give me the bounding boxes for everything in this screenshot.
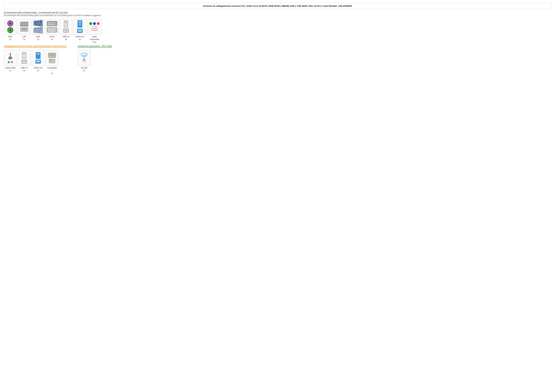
lower-sections: Collegamenti anteriori parte anteriore/s… [4,45,551,76]
svg-point-36 [53,22,53,23]
vga-cable-svg [33,20,43,26]
section1-title-blue: Connessioni della scheda madre [4,11,37,14]
audio-dot-green-svg [89,22,92,25]
svg-point-52 [50,30,51,30]
svg-point-40 [51,24,52,24]
card-slot-svg [48,53,56,58]
svg-point-50 [54,29,55,29]
front-audio-dot-green [7,61,10,63]
svg-point-42 [54,24,55,24]
svg-rect-66 [79,25,81,25]
svg-point-15 [38,21,39,22]
svg-point-41 [53,24,53,24]
svg-point-21 [39,24,40,25]
svg-point-38 [49,24,50,24]
section1-title-blue2: Connessioni del PC sul retro [39,11,68,14]
connector-usb3-box [73,19,86,35]
card-insert-svg [49,59,55,63]
connector-usb2-label: USB 2.02x [63,36,70,41]
svg-rect-80 [23,53,25,54]
audioinout-jack-svg [8,52,13,60]
connector-vga-label: VGA1x [36,36,40,41]
svg-point-55 [54,30,55,30]
svg-point-14 [35,21,36,22]
connector-audio-box: *7.1 conconnettoreFrontpanel [88,19,102,35]
section1-subtitle: (le connessioni del monitor/scheda grafi… [4,14,551,17]
svg-point-27 [38,29,38,30]
connector-usb3f: USB-A 3.02x [32,50,45,74]
connector-wlan-box [78,50,90,66]
section2-connectors: Audio In/Out1x USB [4,50,67,74]
section1-connectors: PS/22x [4,19,551,43]
connector-vga: VGA1x [32,19,45,43]
connector-audio: *7.1 conconnettoreFrontpanel AudioConnec… [87,19,102,43]
usb3f-port-svg [35,60,41,64]
svg-rect-5 [25,23,26,25]
connector-dvid: DVI-D1x [45,19,58,43]
section3-header: Schede di espansione - PCI / PCIe [78,45,112,48]
svg-point-95 [84,58,85,59]
svg-point-51 [49,30,50,30]
svg-point-30 [39,31,40,32]
connector-cardreader: Cardreader*1x [45,50,58,74]
svg-rect-62 [64,29,68,31]
svg-rect-91 [50,60,51,61]
svg-point-34 [50,22,51,23]
section2-title: Collegamenti anteriori parte anteriore/s… [4,45,67,47]
svg-point-18 [38,23,39,23]
vga-port-svg [33,27,43,33]
svg-rect-43 [55,22,56,25]
svg-rect-4 [24,23,25,25]
connector-cardreader-box [46,50,58,66]
svg-rect-3 [23,23,24,25]
connector-usb3f-box [32,50,44,66]
svg-rect-64 [79,21,81,23]
svg-rect-79 [22,52,26,58]
svg-point-46 [49,29,50,29]
svg-point-77 [8,61,10,63]
section3-connectors: W-LAN1x [78,50,112,72]
lan-port-svg [20,27,29,32]
svg-rect-68 [78,29,82,32]
connector-usb2-box [60,19,72,35]
usb2-cable-svg [63,20,69,28]
svg-rect-60 [65,24,67,25]
svg-point-28 [40,29,41,30]
svg-point-26 [35,30,36,30]
connector-ps2-box [4,19,17,35]
svg-point-25 [40,28,41,29]
svg-point-76 [8,57,12,59]
connector-audioinout-box [4,50,17,66]
svg-point-24 [38,28,38,29]
connector-usb2f: USB 2.03x [18,50,31,74]
connector-usb3-label: USB-A 3.02x [75,36,84,41]
audio-dot-pink-svg [97,22,100,25]
svg-rect-59 [65,23,67,24]
svg-rect-9 [23,29,23,30]
connector-usb2: USB 2.02x [59,19,73,43]
svg-rect-10 [24,29,24,30]
usb3f-cable-svg [35,52,41,59]
svg-rect-11 [25,29,26,30]
connector-wlan-label: W-LAN1x [81,67,87,72]
antenna-svg [81,58,87,63]
ps2-green-plug [7,27,13,33]
connector-lan: LAN1x [18,19,31,43]
svg-point-17 [35,23,36,24]
svg-point-37 [54,22,55,23]
usb3-port-svg [77,29,83,33]
connector-ps2: PS/22x [4,19,17,43]
connector-usb2f-box [18,50,30,66]
svg-point-29 [37,31,37,32]
svg-point-47 [50,29,51,29]
connector-vga-box [32,19,44,35]
svg-rect-84 [37,53,40,55]
svg-rect-58 [65,22,67,23]
wifi-symbol [81,53,88,57]
svg-rect-86 [36,60,40,62]
dvi-cable-svg [47,21,57,26]
connector-lan-label: LAN1x [22,36,26,41]
front-audio-dot-pink [11,61,13,63]
connector-dvid-label: DVI-D1x [50,36,55,41]
svg-point-20 [37,24,37,25]
